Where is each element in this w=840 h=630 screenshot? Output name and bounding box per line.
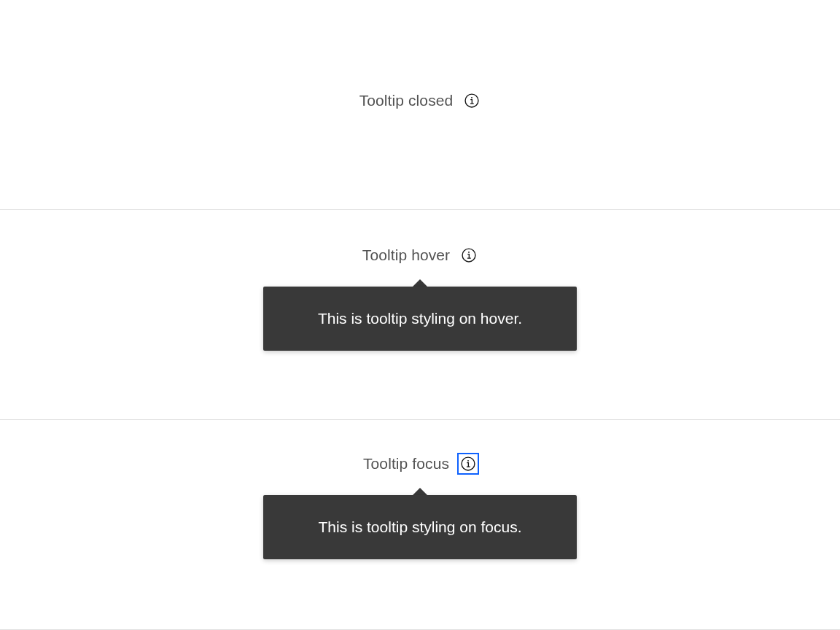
svg-point-5 xyxy=(467,460,469,462)
information-icon[interactable] xyxy=(460,246,478,264)
tooltip-content: This is tooltip styling on hover. xyxy=(263,287,577,351)
information-icon[interactable] xyxy=(459,455,477,472)
tooltip-label-text: Tooltip focus xyxy=(363,455,449,472)
tooltip-state-focus: Tooltip focus This is tooltip styling on… xyxy=(0,420,840,630)
tooltip-label-row: Tooltip focus xyxy=(363,455,477,472)
information-icon[interactable] xyxy=(463,92,481,109)
svg-point-1 xyxy=(471,97,472,98)
tooltip-label-text: Tooltip closed xyxy=(359,92,454,109)
tooltip-state-hover: Tooltip hover This is tooltip styling on… xyxy=(0,210,840,420)
tooltip-label-text: Tooltip hover xyxy=(362,246,450,264)
tooltip-caret xyxy=(413,279,427,287)
tooltip-state-closed: Tooltip closed xyxy=(0,0,840,210)
tooltip-caret xyxy=(413,488,427,495)
tooltip-label-row: Tooltip hover xyxy=(362,246,478,264)
svg-point-3 xyxy=(468,252,470,253)
tooltip-label-row: Tooltip closed xyxy=(359,92,481,109)
tooltip-content: This is tooltip styling on focus. xyxy=(263,495,577,559)
